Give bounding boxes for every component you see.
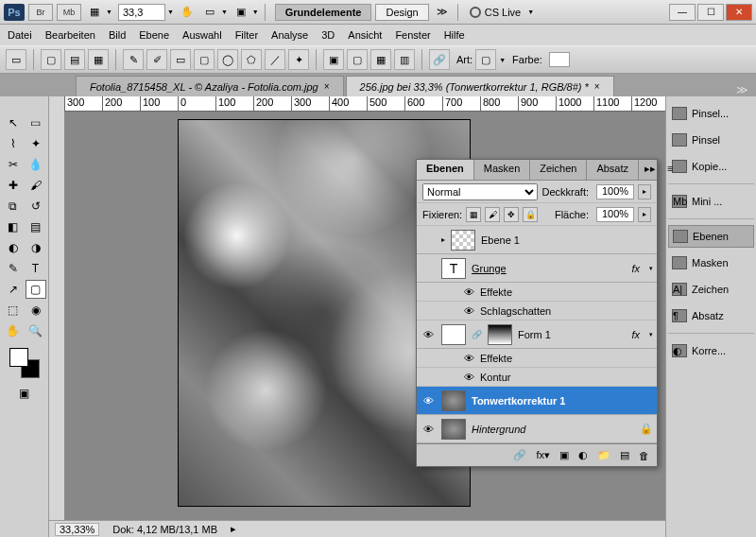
- eraser-tool[interactable]: ◧: [3, 217, 24, 236]
- fx-badge[interactable]: fx: [631, 329, 640, 340]
- panel-tab-ebenen[interactable]: Ebenen: [417, 160, 474, 180]
- type-tool[interactable]: T: [26, 259, 46, 278]
- line-icon[interactable]: ／: [265, 49, 285, 70]
- workspace-grundelemente[interactable]: Grundelemente: [275, 4, 372, 21]
- menu-bild[interactable]: Bild: [109, 29, 126, 41]
- rounded-rect-icon[interactable]: ▢: [194, 49, 215, 70]
- hand-tool[interactable]: ✋: [3, 321, 24, 340]
- lasso-tool[interactable]: ⌇: [3, 134, 24, 153]
- visibility-toggle[interactable]: 👁: [421, 424, 436, 435]
- eyedropper-tool[interactable]: 💧: [26, 155, 46, 174]
- gradient-tool[interactable]: ▤: [26, 217, 46, 236]
- paths-icon[interactable]: ▤: [64, 49, 85, 70]
- dodge-tool[interactable]: ◑: [26, 238, 46, 257]
- cs-live-button[interactable]: CS Live▼: [464, 7, 540, 18]
- intersect-icon[interactable]: ▦: [370, 49, 391, 70]
- history-brush-tool[interactable]: ↺: [26, 197, 46, 216]
- lock-all-icon[interactable]: 🔒: [523, 207, 538, 222]
- close-button[interactable]: ✕: [726, 4, 752, 21]
- eye-icon[interactable]: 👁: [464, 372, 474, 383]
- 3d-tool[interactable]: ⬚: [3, 301, 24, 320]
- panel-collapse-icon[interactable]: ▸▸: [639, 160, 662, 180]
- mask-icon[interactable]: ▣: [559, 449, 569, 461]
- tab-fotolia[interactable]: Fotolia_8715458_XL - © Azaliya - Fotolia…: [76, 76, 344, 96]
- minimize-button[interactable]: —: [669, 4, 696, 21]
- dock-zeichen[interactable]: A|Zeichen: [668, 278, 754, 301]
- 3d-camera-tool[interactable]: ◉: [26, 301, 46, 320]
- blur-tool[interactable]: ◐: [3, 238, 24, 257]
- color-swatch[interactable]: [549, 52, 570, 67]
- dock-pinsel[interactable]: Pinsel: [668, 129, 754, 151]
- new-layer-icon[interactable]: ▤: [620, 449, 629, 461]
- eye-icon[interactable]: 👁: [464, 305, 474, 317]
- blend-mode-select[interactable]: Normal: [422, 183, 538, 200]
- pen-tool[interactable]: ✎: [3, 259, 24, 278]
- quick-mask-icon[interactable]: ▣: [14, 384, 35, 403]
- rectangle-icon[interactable]: ▭: [170, 49, 191, 70]
- fg-color[interactable]: [9, 348, 28, 367]
- workspace-design[interactable]: Design: [375, 4, 428, 21]
- exclude-icon[interactable]: ▥: [394, 49, 415, 70]
- tab-nav-next[interactable]: ≫: [729, 83, 756, 96]
- polygon-icon[interactable]: ⬠: [241, 49, 262, 70]
- path-tool[interactable]: ↗: [3, 280, 24, 299]
- panel-tab-absatz[interactable]: Absatz: [587, 160, 639, 180]
- workspace-more-icon[interactable]: ≫: [433, 4, 452, 21]
- chevron-down-icon[interactable]: ▼: [106, 9, 112, 15]
- menu-ebene[interactable]: Ebene: [139, 29, 169, 41]
- shape-tool[interactable]: ▢: [26, 280, 46, 299]
- wand-tool[interactable]: ✦: [26, 134, 46, 153]
- menu-datei[interactable]: Datei: [8, 29, 32, 41]
- panel-tab-zeichen[interactable]: Zeichen: [530, 160, 587, 180]
- link-icon[interactable]: 🔗: [429, 49, 450, 70]
- visibility-toggle[interactable]: 👁: [421, 329, 436, 340]
- link-layers-icon[interactable]: 🔗: [513, 449, 526, 461]
- move-tool[interactable]: ↖: [3, 113, 24, 132]
- dock-korrekturen[interactable]: ◐Korre...: [668, 339, 754, 362]
- fx-menu-icon[interactable]: fx▾: [536, 449, 550, 461]
- chevron-right-icon[interactable]: ▸: [638, 207, 651, 222]
- tool-preset-icon[interactable]: ▭: [6, 49, 26, 70]
- fill-input[interactable]: 100%: [596, 207, 634, 222]
- dock-absatz[interactable]: ¶Absatz: [668, 304, 754, 327]
- layer-ebene-1[interactable]: ▸Ebene 1: [417, 226, 657, 254]
- fill-pixels-icon[interactable]: ▦: [88, 49, 109, 70]
- tab-256[interactable]: 256.jpg bei 33,3% (Tonwertkorrektur 1, R…: [346, 76, 614, 96]
- menu-auswahl[interactable]: Auswahl: [182, 29, 222, 41]
- view-extras-icon[interactable]: ▦: [85, 4, 104, 21]
- screen-mode-icon[interactable]: ▣: [232, 4, 250, 21]
- adjustment-icon[interactable]: ◐: [578, 449, 588, 461]
- menu-bearbeiten[interactable]: Bearbeiten: [45, 29, 95, 41]
- dock-masken[interactable]: Masken: [668, 251, 754, 274]
- visibility-toggle[interactable]: 👁: [421, 395, 436, 407]
- dock-mini[interactable]: MbMini ...: [668, 190, 754, 213]
- crop-tool[interactable]: ✂: [3, 155, 24, 174]
- layer-hintergrund[interactable]: 👁Hintergrund🔒: [417, 415, 657, 443]
- brush-tool[interactable]: 🖌: [26, 176, 46, 195]
- chevron-down-icon[interactable]: ▼: [167, 9, 174, 15]
- panel-menu-icon[interactable]: ≡: [662, 160, 679, 180]
- custom-shape-icon[interactable]: ✦: [288, 49, 309, 70]
- fx-badge[interactable]: fx: [631, 263, 640, 274]
- dock-pinsel-presets[interactable]: Pinsel...: [668, 102, 754, 125]
- panel-tab-masken[interactable]: Masken: [474, 160, 531, 180]
- dock-ebenen[interactable]: Ebenen: [668, 225, 754, 248]
- chevron-right-icon[interactable]: ▸: [231, 523, 236, 535]
- zoom-status[interactable]: 33,33%: [55, 523, 99, 536]
- zoom-input[interactable]: 33,3: [118, 4, 165, 21]
- dock-kopie[interactable]: Kopie...: [668, 155, 754, 178]
- menu-ansicht[interactable]: Ansicht: [348, 29, 382, 41]
- stamp-tool[interactable]: ⧉: [3, 197, 24, 216]
- maximize-button[interactable]: ☐: [697, 4, 724, 21]
- mini-bridge-button[interactable]: Mb: [57, 4, 81, 21]
- layer-effects[interactable]: 👁Effekte: [417, 283, 657, 302]
- marquee-tool[interactable]: ▭: [26, 113, 46, 132]
- ellipse-icon[interactable]: ◯: [217, 49, 238, 70]
- bridge-button[interactable]: Br: [28, 4, 53, 21]
- layer-kontur[interactable]: 👁Kontur: [417, 368, 657, 387]
- layer-form-1[interactable]: 👁🔗Form 1fx▾: [417, 320, 657, 349]
- layer-tonwertkorrektur[interactable]: 👁Tonwertkorrektur 1: [417, 387, 657, 415]
- chevron-right-icon[interactable]: ▸: [638, 184, 651, 199]
- shape-layers-icon[interactable]: ▢: [41, 49, 61, 70]
- lock-position-icon[interactable]: ✥: [504, 207, 519, 222]
